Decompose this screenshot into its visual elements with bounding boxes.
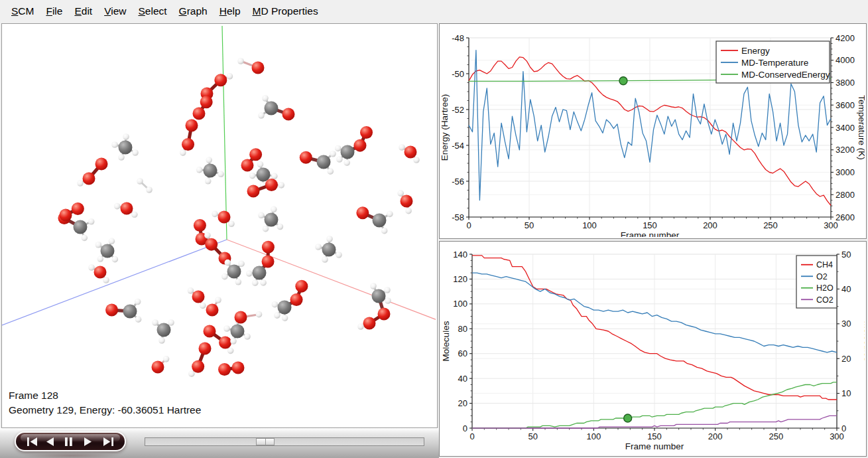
hydrogen-atom bbox=[336, 252, 342, 258]
oxygen-atom bbox=[241, 159, 254, 172]
molecule-ch4 bbox=[95, 238, 119, 263]
menu-item-file[interactable]: File bbox=[40, 5, 68, 17]
skip-to-end-button[interactable] bbox=[102, 437, 115, 447]
svg-text:4000: 4000 bbox=[836, 55, 855, 65]
oxygen-atom bbox=[356, 206, 369, 219]
legend-label-o2: O2 bbox=[816, 272, 828, 281]
frame-label: Frame 128 bbox=[9, 390, 58, 402]
molecule-ch3o2 bbox=[272, 280, 308, 321]
menu-item-graph[interactable]: Graph bbox=[173, 5, 214, 17]
hydrogen-atom bbox=[258, 212, 265, 218]
hydrogen-atom bbox=[227, 73, 233, 80]
hydrogen-atom bbox=[258, 112, 265, 119]
hydrogen-atom bbox=[274, 312, 280, 319]
molecule-count-chart-panel[interactable]: 0501001502002503001401201008060402005040… bbox=[439, 241, 867, 457]
menu-item-md-properties[interactable]: MD Properties bbox=[247, 5, 324, 17]
hydrogen-atom bbox=[230, 338, 237, 344]
hydrogen-atom bbox=[131, 211, 138, 218]
hydrogen-atom bbox=[135, 316, 142, 323]
legend-label-md-conservedenergy: MD-ConservedEnergy bbox=[741, 70, 830, 80]
hydrogen-atom bbox=[97, 256, 103, 262]
hydrogen-atom bbox=[109, 238, 115, 245]
oxygen-atom bbox=[265, 179, 278, 191]
legend-label-co2: CO2 bbox=[816, 295, 834, 305]
menu-item-edit[interactable]: Edit bbox=[68, 5, 98, 17]
svg-text:200: 200 bbox=[708, 431, 723, 441]
hydrogen-atom bbox=[227, 348, 234, 354]
menu-item-select[interactable]: Select bbox=[132, 5, 172, 17]
oxygen-atom bbox=[401, 195, 413, 208]
oxygen-atom bbox=[262, 256, 275, 268]
menu-item-scm[interactable]: SCM bbox=[5, 5, 40, 17]
molecule-o2 bbox=[194, 219, 208, 245]
hydrogen-atom bbox=[381, 228, 388, 234]
hydrogen-atom bbox=[385, 297, 391, 304]
carbon-atom bbox=[257, 168, 271, 182]
carbon-atom bbox=[265, 102, 279, 115]
hydrogen-atom bbox=[336, 156, 343, 163]
hydrogen-atom bbox=[123, 133, 129, 140]
svg-text:-58: -58 bbox=[452, 212, 464, 222]
current-frame-marker bbox=[624, 414, 632, 422]
molecule-h2o bbox=[188, 287, 206, 309]
carbon-atom bbox=[74, 220, 88, 234]
svg-text:0: 0 bbox=[841, 423, 846, 433]
carbon-atom bbox=[204, 164, 217, 178]
svg-text:-54: -54 bbox=[452, 141, 464, 151]
menu-item-help[interactable]: Help bbox=[214, 5, 247, 17]
svg-text:30: 30 bbox=[841, 319, 851, 329]
play-button[interactable] bbox=[83, 437, 96, 447]
hydrogen-atom bbox=[335, 145, 341, 152]
hydrogen-atom bbox=[200, 303, 206, 309]
hydrogen-atom bbox=[327, 168, 334, 175]
hydrogen-atom bbox=[405, 208, 412, 214]
oxygen-atom bbox=[105, 304, 118, 317]
energy-temperature-chart-panel[interactable]: 050100150200250300-48-50-52-54-56-584200… bbox=[439, 23, 867, 239]
hydrogen-atom bbox=[137, 178, 143, 185]
carbon-atom bbox=[322, 243, 336, 257]
oxygen-atom bbox=[83, 173, 95, 185]
svg-text:3800: 3800 bbox=[836, 78, 855, 88]
hydrogen-atom bbox=[271, 173, 278, 180]
svg-text:200: 200 bbox=[703, 220, 717, 230]
molecule-o2 bbox=[193, 96, 213, 119]
oxygen-atom bbox=[94, 266, 107, 279]
svg-text:40: 40 bbox=[841, 284, 851, 294]
molecule-h2 bbox=[137, 178, 153, 193]
molecule-ch4 bbox=[221, 260, 245, 285]
carbon-atom bbox=[227, 265, 241, 279]
energy-temperature-chart[interactable]: 050100150200250300-48-50-52-54-56-584200… bbox=[440, 24, 865, 237]
svg-text:250: 250 bbox=[769, 431, 783, 441]
pause-button[interactable] bbox=[64, 437, 77, 447]
oxygen-atom bbox=[95, 158, 108, 171]
carbon-atom bbox=[231, 325, 245, 339]
geometry-energy-label: Geometry 129, Energy: -60.36051 Hartree bbox=[9, 404, 201, 416]
molecule-viewer[interactable]: Frame 128 Geometry 129, Energy: -60.3605… bbox=[1, 23, 438, 428]
molecule-oh bbox=[206, 297, 221, 316]
frame-slider[interactable] bbox=[145, 437, 424, 446]
molecule-3d-canvas[interactable] bbox=[2, 24, 436, 426]
frame-slider-thumb[interactable] bbox=[256, 438, 275, 445]
molecule-ho2 bbox=[247, 179, 285, 198]
hydrogen-atom bbox=[221, 273, 228, 280]
menu-item-view[interactable]: View bbox=[98, 5, 132, 17]
hydrogen-atom bbox=[88, 264, 95, 271]
molecule-ostick bbox=[235, 311, 263, 324]
oxygen-atom bbox=[204, 325, 216, 338]
svg-text:40: 40 bbox=[458, 374, 467, 384]
oxygen-atom bbox=[404, 146, 417, 159]
hydrogen-atom bbox=[212, 211, 218, 218]
molecule-ch2o bbox=[300, 151, 336, 175]
hydrogen-atom bbox=[132, 149, 139, 156]
step-back-button[interactable] bbox=[44, 437, 58, 447]
svg-text:3000: 3000 bbox=[836, 167, 855, 177]
svg-text:-48: -48 bbox=[452, 33, 464, 43]
hydrogen-atom bbox=[88, 218, 95, 225]
hydrogen-atom bbox=[228, 220, 235, 227]
molecule-count-chart[interactable]: 0501001502002503001401201008060402005040… bbox=[440, 242, 865, 455]
skip-to-start-button[interactable] bbox=[25, 437, 38, 447]
legend: CH4O2H2OCO2 bbox=[796, 256, 837, 308]
left-axis-label: Molecules bbox=[441, 321, 451, 361]
hydrogen-atom bbox=[158, 337, 165, 344]
hydrogen-atom bbox=[163, 356, 170, 362]
